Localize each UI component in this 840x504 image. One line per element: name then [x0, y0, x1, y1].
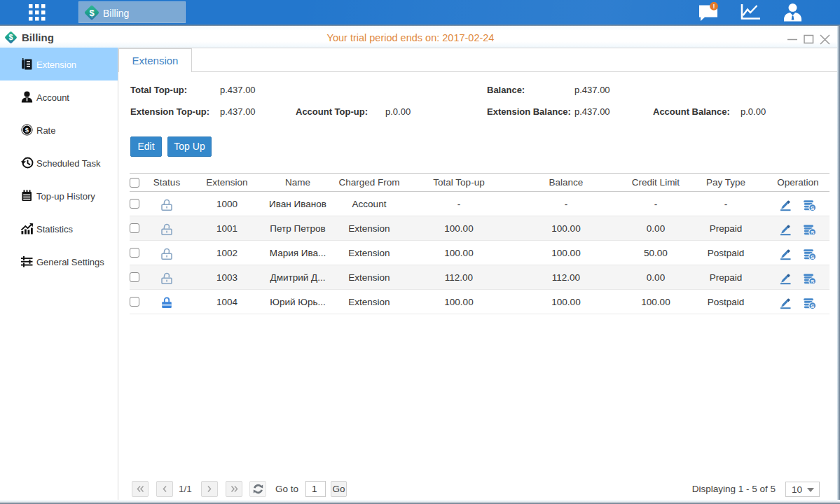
svg-text:$: $ — [89, 8, 95, 18]
svg-text:$: $ — [25, 126, 29, 134]
svg-text:$: $ — [9, 33, 13, 41]
svg-text:!: ! — [713, 3, 715, 10]
